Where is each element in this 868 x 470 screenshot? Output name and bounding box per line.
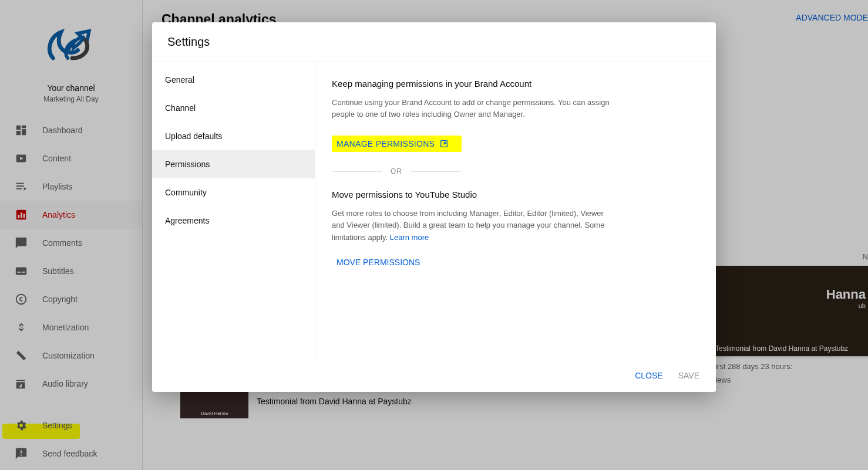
dialog-title: Settings — [152, 22, 716, 62]
dialog-nav-channel[interactable]: Channel — [152, 94, 315, 122]
dialog-nav-agreements[interactable]: Agreements — [152, 207, 315, 235]
dialog-nav-upload-defaults[interactable]: Upload defaults — [152, 122, 315, 150]
save-button[interactable]: SAVE — [678, 371, 699, 380]
brand-account-text: Continue using your Brand Account to add… — [332, 97, 614, 120]
move-permissions-body: Get more roles to choose from including … — [332, 209, 604, 241]
modal-overlay[interactable]: Settings General Channel Upload defaults… — [0, 0, 868, 470]
open-external-icon — [439, 139, 449, 148]
close-button[interactable]: CLOSE — [635, 371, 662, 380]
or-separator: OR — [332, 167, 461, 175]
dialog-nav-permissions[interactable]: Permissions — [152, 150, 315, 178]
move-permissions-heading: Move permissions to YouTube Studio — [332, 190, 699, 200]
dialog-footer: CLOSE SAVE — [152, 360, 716, 392]
or-text: OR — [382, 167, 411, 175]
dialog-nav-general[interactable]: General — [152, 66, 315, 94]
move-permissions-text: Get more roles to choose from including … — [332, 208, 614, 243]
dialog-content: Keep managing permissions in your Brand … — [315, 62, 716, 360]
dialog-nav: General Channel Upload defaults Permissi… — [152, 62, 315, 360]
dialog-nav-community[interactable]: Community — [152, 178, 315, 207]
manage-permissions-button[interactable]: MANAGE PERMISSIONS — [332, 136, 462, 152]
brand-account-heading: Keep managing permissions in your Brand … — [332, 79, 699, 89]
move-permissions-button[interactable]: MOVE PERMISSIONS — [332, 258, 420, 267]
settings-dialog: Settings General Channel Upload defaults… — [152, 22, 716, 392]
manage-permissions-label: MANAGE PERMISSIONS — [337, 139, 435, 148]
learn-more-link[interactable]: Learn more — [390, 233, 429, 242]
